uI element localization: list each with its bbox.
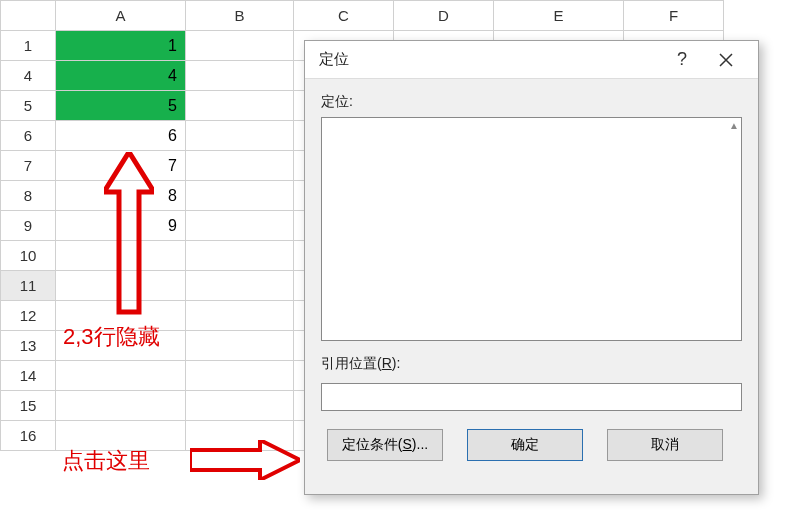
- col-header-B[interactable]: B: [186, 1, 294, 31]
- cell[interactable]: [56, 421, 186, 451]
- row-header[interactable]: 5: [1, 91, 56, 121]
- cell[interactable]: [186, 391, 294, 421]
- cell[interactable]: [186, 301, 294, 331]
- special-button[interactable]: 定位条件(S)...: [327, 429, 443, 461]
- row-header[interactable]: 10: [1, 241, 56, 271]
- row-header[interactable]: 16: [1, 421, 56, 451]
- row-header[interactable]: 4: [1, 61, 56, 91]
- goto-dialog: 定位 ? 定位: ▲ 引用位置(R): 定位条件(S)... 确定 取消: [304, 40, 759, 495]
- cell[interactable]: [56, 361, 186, 391]
- close-button[interactable]: [704, 44, 748, 76]
- cancel-button[interactable]: 取消: [607, 429, 723, 461]
- reference-label: 引用位置(R):: [321, 355, 742, 373]
- select-all-corner[interactable]: [1, 1, 56, 31]
- cell[interactable]: [186, 121, 294, 151]
- dialog-titlebar[interactable]: 定位 ?: [305, 41, 758, 79]
- cell[interactable]: [186, 211, 294, 241]
- col-header-A[interactable]: A: [56, 1, 186, 31]
- cell[interactable]: [186, 331, 294, 361]
- cell[interactable]: [186, 241, 294, 271]
- cell[interactable]: [186, 31, 294, 61]
- cell[interactable]: [186, 181, 294, 211]
- row-header[interactable]: 9: [1, 211, 56, 241]
- reference-input[interactable]: [321, 383, 742, 411]
- cell[interactable]: [186, 91, 294, 121]
- cell[interactable]: [56, 331, 186, 361]
- goto-listbox[interactable]: ▲: [321, 117, 742, 341]
- cell[interactable]: [186, 271, 294, 301]
- cell[interactable]: 5: [56, 91, 186, 121]
- goto-list-label: 定位:: [321, 93, 742, 111]
- row-header[interactable]: 1: [1, 31, 56, 61]
- col-header-F[interactable]: F: [624, 1, 724, 31]
- row-header[interactable]: 12: [1, 301, 56, 331]
- scroll-up-icon: ▲: [729, 120, 739, 131]
- row-header[interactable]: 15: [1, 391, 56, 421]
- col-header-D[interactable]: D: [394, 1, 494, 31]
- cell[interactable]: [186, 421, 294, 451]
- row-header[interactable]: 13: [1, 331, 56, 361]
- cell[interactable]: [56, 241, 186, 271]
- ok-button[interactable]: 确定: [467, 429, 583, 461]
- cell[interactable]: 8: [56, 181, 186, 211]
- cell[interactable]: [56, 391, 186, 421]
- cell[interactable]: 1: [56, 31, 186, 61]
- row-header[interactable]: 8: [1, 181, 56, 211]
- row-header[interactable]: 6: [1, 121, 56, 151]
- cell[interactable]: [186, 61, 294, 91]
- help-button[interactable]: ?: [660, 44, 704, 76]
- col-header-E[interactable]: E: [494, 1, 624, 31]
- close-icon: [719, 53, 733, 67]
- cell[interactable]: [56, 301, 186, 331]
- dialog-title-text: 定位: [319, 50, 660, 69]
- cell[interactable]: [186, 361, 294, 391]
- col-header-C[interactable]: C: [294, 1, 394, 31]
- cell[interactable]: [186, 151, 294, 181]
- cell[interactable]: 6: [56, 121, 186, 151]
- cell[interactable]: 9: [56, 211, 186, 241]
- row-header[interactable]: 7: [1, 151, 56, 181]
- row-header[interactable]: 14: [1, 361, 56, 391]
- cell[interactable]: 4: [56, 61, 186, 91]
- cell[interactable]: 7: [56, 151, 186, 181]
- row-header[interactable]: 11: [1, 271, 56, 301]
- cell[interactable]: [56, 271, 186, 301]
